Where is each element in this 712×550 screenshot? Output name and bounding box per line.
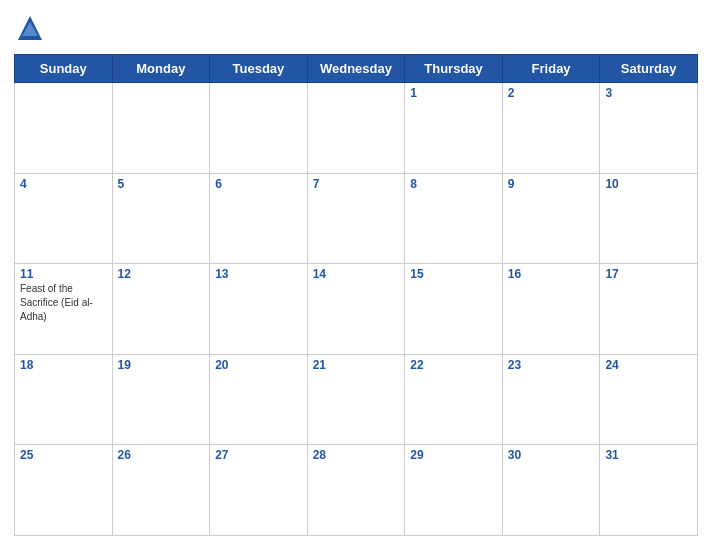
week-row-2: 45678910 xyxy=(15,173,698,264)
calendar-cell: 19 xyxy=(112,354,210,445)
calendar-header xyxy=(14,10,698,54)
calendar-cell: 14 xyxy=(307,264,405,355)
day-number: 30 xyxy=(508,448,595,462)
day-number: 5 xyxy=(118,177,205,191)
day-number: 27 xyxy=(215,448,302,462)
calendar-cell: 22 xyxy=(405,354,503,445)
day-number: 15 xyxy=(410,267,497,281)
day-number: 14 xyxy=(313,267,400,281)
weekday-header-row: SundayMondayTuesdayWednesdayThursdayFrid… xyxy=(15,55,698,83)
calendar-cell: 4 xyxy=(15,173,113,264)
calendar-cell: 28 xyxy=(307,445,405,536)
day-number: 17 xyxy=(605,267,692,281)
weekday-sunday: Sunday xyxy=(15,55,113,83)
calendar-cell: 3 xyxy=(600,83,698,174)
calendar-cell: 2 xyxy=(502,83,600,174)
day-number: 7 xyxy=(313,177,400,191)
day-number: 28 xyxy=(313,448,400,462)
holiday-label: Feast of the Sacrifice (Eid al-Adha) xyxy=(20,283,93,322)
day-number: 22 xyxy=(410,358,497,372)
day-number: 13 xyxy=(215,267,302,281)
calendar-cell: 6 xyxy=(210,173,308,264)
week-row-5: 25262728293031 xyxy=(15,445,698,536)
day-number: 9 xyxy=(508,177,595,191)
week-row-1: 123 xyxy=(15,83,698,174)
calendar-cell: 9 xyxy=(502,173,600,264)
day-number: 18 xyxy=(20,358,107,372)
calendar-cell: 25 xyxy=(15,445,113,536)
calendar-cell: 12 xyxy=(112,264,210,355)
calendar-cell xyxy=(112,83,210,174)
calendar-cell: 17 xyxy=(600,264,698,355)
calendar-cell: 27 xyxy=(210,445,308,536)
day-number: 4 xyxy=(20,177,107,191)
calendar-cell: 7 xyxy=(307,173,405,264)
weekday-friday: Friday xyxy=(502,55,600,83)
calendar-cell: 30 xyxy=(502,445,600,536)
calendar-cell xyxy=(210,83,308,174)
day-number: 2 xyxy=(508,86,595,100)
calendar-cell: 1 xyxy=(405,83,503,174)
day-number: 31 xyxy=(605,448,692,462)
day-number: 11 xyxy=(20,267,107,281)
day-number: 24 xyxy=(605,358,692,372)
week-row-3: 11Feast of the Sacrifice (Eid al-Adha)12… xyxy=(15,264,698,355)
day-number: 25 xyxy=(20,448,107,462)
day-number: 3 xyxy=(605,86,692,100)
calendar-cell: 20 xyxy=(210,354,308,445)
day-number: 10 xyxy=(605,177,692,191)
day-number: 23 xyxy=(508,358,595,372)
logo-icon xyxy=(14,14,46,46)
day-number: 6 xyxy=(215,177,302,191)
logo xyxy=(14,14,50,46)
calendar-cell: 31 xyxy=(600,445,698,536)
weekday-thursday: Thursday xyxy=(405,55,503,83)
calendar-cell: 18 xyxy=(15,354,113,445)
calendar-cell xyxy=(307,83,405,174)
week-row-4: 18192021222324 xyxy=(15,354,698,445)
day-number: 20 xyxy=(215,358,302,372)
weekday-monday: Monday xyxy=(112,55,210,83)
calendar-cell: 8 xyxy=(405,173,503,264)
calendar-cell: 26 xyxy=(112,445,210,536)
day-number: 19 xyxy=(118,358,205,372)
calendar-wrapper: SundayMondayTuesdayWednesdayThursdayFrid… xyxy=(0,0,712,550)
calendar-cell xyxy=(15,83,113,174)
weekday-tuesday: Tuesday xyxy=(210,55,308,83)
weekday-wednesday: Wednesday xyxy=(307,55,405,83)
weekday-saturday: Saturday xyxy=(600,55,698,83)
calendar-cell: 21 xyxy=(307,354,405,445)
calendar-cell: 23 xyxy=(502,354,600,445)
calendar-cell: 10 xyxy=(600,173,698,264)
day-number: 16 xyxy=(508,267,595,281)
calendar-cell: 11Feast of the Sacrifice (Eid al-Adha) xyxy=(15,264,113,355)
calendar-cell: 29 xyxy=(405,445,503,536)
day-number: 29 xyxy=(410,448,497,462)
calendar-cell: 24 xyxy=(600,354,698,445)
day-number: 12 xyxy=(118,267,205,281)
day-number: 21 xyxy=(313,358,400,372)
calendar-cell: 13 xyxy=(210,264,308,355)
day-number: 8 xyxy=(410,177,497,191)
day-number: 1 xyxy=(410,86,497,100)
calendar-cell: 16 xyxy=(502,264,600,355)
day-number: 26 xyxy=(118,448,205,462)
calendar-table: SundayMondayTuesdayWednesdayThursdayFrid… xyxy=(14,54,698,536)
calendar-cell: 15 xyxy=(405,264,503,355)
calendar-cell: 5 xyxy=(112,173,210,264)
